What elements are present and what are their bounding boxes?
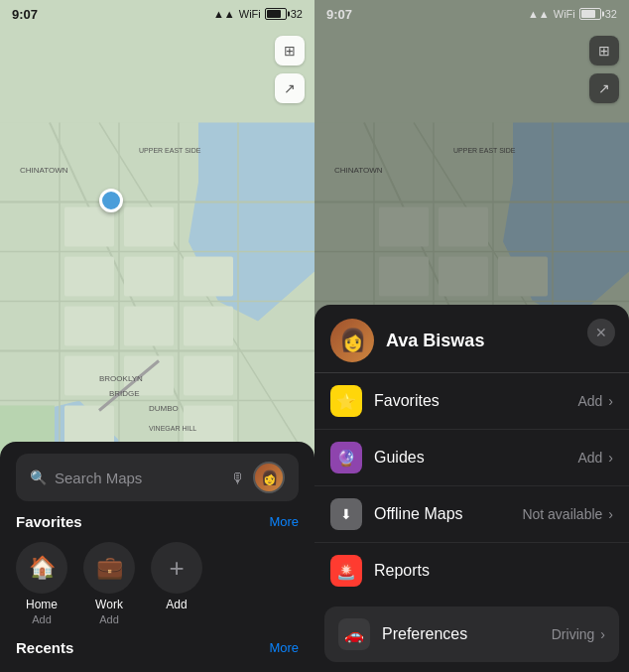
favorites-icon-bg: ⭐: [330, 385, 362, 417]
svg-rect-18: [124, 257, 174, 297]
menu-item-guides[interactable]: 🔮 Guides Add ›: [314, 430, 629, 486]
svg-rect-15: [64, 207, 114, 247]
battery-level-left: 32: [291, 8, 303, 20]
search-placeholder: Search Maps: [55, 470, 222, 486]
status-bar-left: 9:07 ▲▲ WiFi 32: [0, 0, 314, 28]
reports-label: Reports: [374, 562, 613, 580]
fav-home[interactable]: 🏠 Home Add: [16, 542, 67, 625]
mic-button[interactable]: 🎙: [230, 470, 245, 486]
compass-button-right[interactable]: ↗: [589, 73, 619, 103]
signal-icon-right: ▲▲: [528, 8, 550, 20]
search-icon-left: 🔍: [30, 470, 47, 485]
offline-maps-icon-bg: ⬇: [330, 498, 362, 530]
svg-rect-58: [439, 257, 488, 297]
home-icon-circle: 🏠: [16, 542, 67, 594]
bottom-sheet-left: 🔍 Search Maps 🎙 👩 Favorites More 🏠 Home …: [0, 442, 314, 672]
battery-right: [579, 8, 601, 20]
svg-text:CHINATOWN: CHINATOWN: [334, 166, 383, 175]
svg-text:BRIDGE: BRIDGE: [109, 389, 140, 398]
work-label: Work: [95, 598, 123, 611]
location-pin: [99, 189, 123, 212]
add-icon-circle: +: [151, 542, 202, 594]
time-left: 9:07: [12, 7, 38, 22]
favorites-menu-label: Favorites: [374, 392, 577, 410]
guides-menu-label: Guides: [374, 449, 577, 467]
close-icon: ✕: [595, 325, 607, 340]
compass-button-left[interactable]: ↗: [275, 73, 305, 103]
search-bar[interactable]: 🔍 Search Maps 🎙 👩: [16, 454, 299, 501]
preferences-item[interactable]: 🚗 Preferences Driving ›: [324, 606, 619, 662]
battery-level-right: 32: [605, 8, 617, 20]
preferences-icon-bg: 🚗: [338, 618, 370, 650]
offline-maps-icon: ⬇: [340, 506, 352, 522]
battery-fill-left: [267, 10, 281, 18]
fav-add[interactable]: + Add: [151, 542, 202, 625]
favorites-value: Add: [577, 393, 602, 409]
map-controls-right: ⊞ ↗: [589, 36, 619, 103]
offline-maps-chevron: ›: [608, 506, 613, 522]
preferences-label: Preferences: [382, 625, 552, 643]
map-controls-left: ⊞ ↗: [275, 36, 305, 103]
reports-icon-bg: 🚨: [330, 555, 362, 587]
preferences-value: Driving: [552, 626, 595, 642]
menu-item-offline-maps[interactable]: ⬇ Offline Maps Not available ›: [314, 486, 629, 543]
home-label: Home: [26, 598, 58, 611]
svg-text:UPPER EAST SIDE: UPPER EAST SIDE: [139, 147, 201, 154]
close-button[interactable]: ✕: [587, 319, 615, 346]
work-icon-circle: 💼: [83, 542, 135, 594]
svg-text:DUMBO: DUMBO: [149, 404, 179, 413]
svg-text:CHINATOWN: CHINATOWN: [20, 166, 68, 175]
work-sublabel: Add: [99, 613, 119, 625]
svg-rect-19: [64, 307, 114, 346]
svg-rect-57: [379, 257, 429, 297]
user-avatar-left[interactable]: 👩: [253, 462, 285, 493]
svg-rect-20: [124, 307, 174, 346]
layers-button-left[interactable]: ⊞: [275, 36, 305, 66]
menu-item-reports[interactable]: 🚨 Reports: [314, 543, 629, 599]
svg-rect-55: [379, 207, 429, 247]
favorites-chevron: ›: [608, 393, 613, 409]
svg-rect-16: [124, 207, 174, 247]
svg-rect-67: [498, 257, 548, 297]
time-right: 9:07: [326, 7, 352, 22]
svg-rect-56: [439, 207, 488, 247]
signal-icon-left: ▲▲: [213, 8, 235, 20]
guides-value: Add: [577, 450, 602, 466]
recents-title: Recents: [16, 639, 73, 656]
svg-text:BROOKLYN: BROOKLYN: [99, 374, 143, 383]
svg-rect-23: [184, 356, 233, 396]
menu-list: ⭐ Favorites Add › 🔮 Guides Add › ⬇: [314, 373, 629, 606]
status-icons-right: ▲▲ WiFi 32: [528, 8, 617, 20]
preferences-chevron: ›: [600, 626, 605, 642]
battery-fill-right: [581, 10, 595, 18]
guides-chevron: ›: [608, 450, 613, 466]
status-icons-left: ▲▲ WiFi 32: [213, 8, 303, 20]
add-label: Add: [166, 598, 187, 611]
svg-text:VINEGAR HILL: VINEGAR HILL: [149, 425, 196, 432]
menu-item-favorites[interactable]: ⭐ Favorites Add ›: [314, 373, 629, 430]
preferences-icon: 🚗: [344, 625, 364, 644]
battery-left: [265, 8, 287, 20]
reports-icon: 🚨: [336, 562, 356, 581]
svg-text:UPPER EAST SIDE: UPPER EAST SIDE: [453, 147, 516, 154]
offline-maps-value: Not available: [522, 506, 602, 522]
favorites-more[interactable]: More: [269, 514, 299, 529]
favorites-icon: ⭐: [336, 392, 356, 411]
user-panel: 👩 Ava Biswas ✕ ⭐ Favorites Add › 🔮: [314, 305, 629, 672]
status-bar-right: 9:07 ▲▲ WiFi 32: [314, 0, 629, 28]
wifi-icon-right: WiFi: [554, 8, 575, 20]
recents-more[interactable]: More: [269, 640, 299, 655]
svg-rect-26: [184, 307, 233, 346]
right-panel: CHINATOWN UPPER EAST SIDE BROOKLYN BRIDG…: [314, 0, 629, 672]
user-header: 👩 Ava Biswas ✕: [314, 305, 629, 373]
guides-icon: 🔮: [336, 449, 356, 468]
user-avatar-right: 👩: [330, 319, 374, 362]
left-panel: CHINATOWN UPPER EAST SIDE BROOKLYN BRIDG…: [0, 0, 314, 672]
recents-header: Recents More: [16, 639, 299, 656]
svg-rect-24: [64, 406, 114, 446]
favorites-header: Favorites More: [16, 513, 299, 530]
fav-work[interactable]: 💼 Work Add: [83, 542, 135, 625]
layers-button-right[interactable]: ⊞: [589, 36, 619, 66]
user-name: Ava Biswas: [386, 331, 484, 351]
offline-maps-label: Offline Maps: [374, 505, 522, 523]
